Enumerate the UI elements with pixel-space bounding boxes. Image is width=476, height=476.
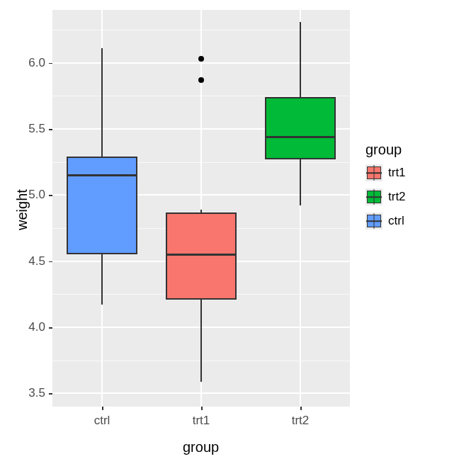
legend-key bbox=[366, 164, 382, 181]
legend-key-box bbox=[367, 166, 381, 179]
legend-key-box bbox=[367, 191, 381, 203]
legend-item-trt1: trt1 bbox=[366, 164, 406, 181]
y-tick-label: 4.0 bbox=[28, 320, 45, 334]
legend-key bbox=[366, 188, 382, 205]
outlier-point bbox=[198, 77, 204, 83]
y-tick-mark bbox=[49, 261, 52, 263]
whisker-lower bbox=[200, 300, 202, 382]
x-tick-mark bbox=[201, 407, 203, 410]
median-line bbox=[67, 174, 138, 176]
median-line bbox=[265, 136, 336, 138]
outlier-point bbox=[198, 56, 204, 62]
x-tick-mark bbox=[102, 407, 103, 410]
x-tick-mark bbox=[300, 407, 302, 410]
y-tick-mark bbox=[49, 393, 52, 395]
y-tick-label: 5.5 bbox=[28, 122, 45, 136]
chart-stage: weight group group 3.54.04.55.05.56.0ctr… bbox=[0, 0, 476, 476]
legend-label: trt2 bbox=[388, 190, 406, 204]
legend-label: ctrl bbox=[388, 214, 404, 228]
x-tick-label: ctrl bbox=[88, 414, 116, 428]
whisker-lower bbox=[101, 254, 103, 305]
x-tick-label: trt2 bbox=[286, 414, 314, 428]
legend-label: trt1 bbox=[388, 166, 406, 180]
x-tick-label: trt1 bbox=[187, 414, 215, 428]
y-tick-label: 4.5 bbox=[28, 254, 45, 268]
legend-title: group bbox=[366, 142, 402, 158]
y-tick-mark bbox=[49, 327, 52, 329]
y-tick-mark bbox=[49, 195, 52, 196]
box-ctrl bbox=[67, 157, 138, 254]
whisker-lower bbox=[300, 159, 301, 205]
y-tick-label: 6.0 bbox=[28, 56, 45, 70]
whisker-upper bbox=[300, 22, 301, 97]
box-trt1 bbox=[166, 212, 237, 300]
y-tick-label: 3.5 bbox=[28, 386, 45, 400]
legend-item-trt2: trt2 bbox=[366, 188, 406, 205]
y-tick-mark bbox=[49, 63, 52, 64]
legend-key-box bbox=[367, 215, 381, 227]
y-tick-mark bbox=[49, 129, 52, 130]
legend-key bbox=[366, 212, 382, 230]
box-trt2 bbox=[265, 97, 336, 159]
x-axis-title: group bbox=[183, 439, 219, 455]
whisker-upper bbox=[101, 48, 103, 157]
median-line bbox=[166, 254, 237, 256]
legend-item-ctrl: ctrl bbox=[366, 212, 404, 230]
y-tick-label: 5.0 bbox=[28, 188, 45, 202]
